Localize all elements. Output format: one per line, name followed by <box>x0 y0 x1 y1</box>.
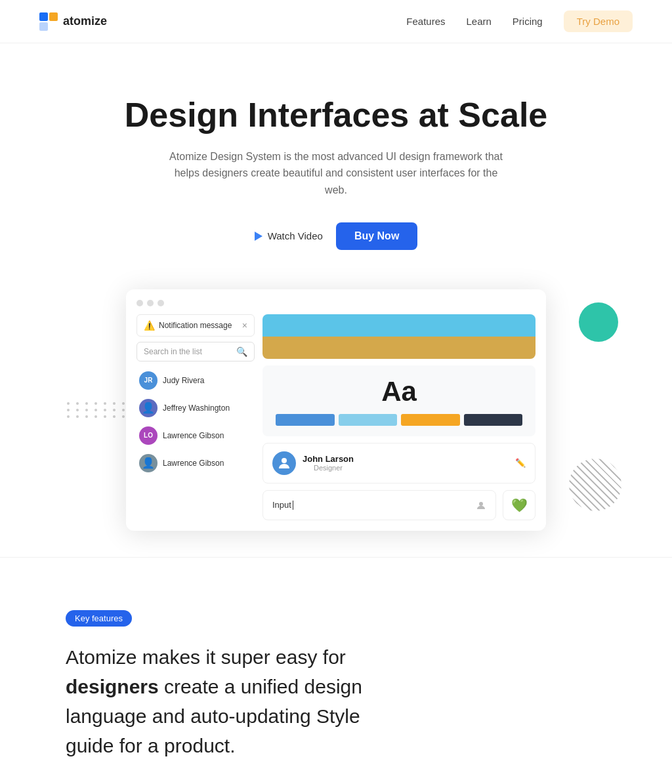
heart-icon[interactable]: 💚 <box>511 497 528 513</box>
dot-1 <box>136 300 143 306</box>
cursor-icon <box>293 501 294 510</box>
features-heading: Atomize makes it super easy for designer… <box>66 642 394 760</box>
avatar-lg: 👤 <box>139 454 158 472</box>
swatch-blue <box>276 414 335 426</box>
logo-text: atomize <box>63 14 107 28</box>
landscape-image <box>262 314 536 359</box>
hero-demo: ⚠️ Notification message × Search in the … <box>87 289 585 531</box>
avatar-lo: LO <box>139 426 158 445</box>
nav-pricing[interactable]: Pricing <box>513 16 543 27</box>
navbar: atomize Features Learn Pricing Try Demo <box>0 0 672 43</box>
notification-close-icon[interactable]: × <box>242 320 247 331</box>
demo-content: ⚠️ Notification message × Search in the … <box>136 314 536 520</box>
svg-rect-1 <box>49 12 58 21</box>
watch-video-button[interactable]: Watch Video <box>255 230 323 241</box>
svg-rect-2 <box>39 22 48 31</box>
typography-card: Aa <box>262 365 536 436</box>
demo-right: Aa <box>262 314 536 520</box>
features-heading-bold: designers <box>66 676 159 697</box>
try-demo-button[interactable]: Try Demo <box>564 10 633 32</box>
nav-features[interactable]: Features <box>406 16 445 27</box>
name-judy: Judy Rivera <box>163 376 204 385</box>
avatar <box>272 451 296 475</box>
svg-point-4 <box>479 502 483 506</box>
color-swatches <box>276 414 522 426</box>
input-row: Input 💚 <box>262 490 536 520</box>
input-text: Input <box>272 500 293 510</box>
dot-2 <box>147 300 154 306</box>
warning-icon: ⚠️ <box>144 320 155 331</box>
input-placeholder: Input <box>272 500 291 510</box>
svg-rect-0 <box>39 12 48 21</box>
hero-buttons: Watch Video Buy Now <box>26 222 646 250</box>
svg-point-3 <box>282 458 287 463</box>
list-item: 👤 Lawrence Gibson <box>136 449 255 477</box>
profile-card: John Larson Designer ✏️ <box>262 443 536 484</box>
logo-icon <box>39 12 58 31</box>
name-jeffrey: Jeffrey Washington <box>163 403 230 413</box>
profile-info: John Larson Designer <box>303 454 354 472</box>
watch-video-label: Watch Video <box>268 230 323 241</box>
hero-subheading: Atomize Design System is the most advanc… <box>165 148 507 199</box>
typography-text: Aa <box>276 376 522 407</box>
features-heading-plain: Atomize makes it super easy for <box>66 646 346 668</box>
notif-left: ⚠️ Notification message <box>144 320 232 331</box>
hero-heading: Design Interfaces at Scale <box>26 96 646 135</box>
avatar-jw: 👤 <box>139 399 158 417</box>
input-card[interactable]: Input <box>262 490 496 520</box>
name-lawrence-1: Lawrence Gibson <box>163 431 224 440</box>
list-item: JR Judy Rivera <box>136 367 255 394</box>
swatch-lightblue <box>339 414 398 426</box>
search-icon: 🔍 <box>236 346 247 357</box>
demo-window: ⚠️ Notification message × Search in the … <box>126 289 546 531</box>
dot-3 <box>158 300 164 306</box>
window-dots <box>136 300 536 306</box>
heart-card: 💚 <box>503 490 536 520</box>
deco-striped <box>569 459 621 511</box>
input-icons <box>476 500 486 510</box>
buy-now-button[interactable]: Buy Now <box>336 222 417 250</box>
avatar-jr: JR <box>139 371 158 390</box>
logo[interactable]: atomize <box>39 12 107 31</box>
demo-list: ⚠️ Notification message × Search in the … <box>136 314 255 520</box>
profile-role: Designer <box>303 464 354 472</box>
hero-section: Design Interfaces at Scale Atomize Desig… <box>0 43 672 557</box>
notification-text: Notification message <box>159 321 232 330</box>
search-placeholder: Search in the list <box>144 347 202 356</box>
deco-circle <box>579 302 618 342</box>
profile-left: John Larson Designer <box>272 451 354 475</box>
list-item: LO Lawrence Gibson <box>136 422 255 449</box>
features-section: Key features Atomize makes it super easy… <box>0 558 672 784</box>
notification-bar: ⚠️ Notification message × <box>136 314 255 337</box>
edit-icon[interactable]: ✏️ <box>515 458 526 468</box>
nav-links: Features Learn Pricing Try Demo <box>406 10 633 32</box>
play-icon <box>255 232 262 241</box>
search-bar[interactable]: Search in the list 🔍 <box>136 342 255 361</box>
name-lawrence-2: Lawrence Gibson <box>163 459 224 468</box>
user-icon <box>476 500 486 510</box>
key-features-badge: Key features <box>66 610 132 627</box>
swatch-orange <box>401 414 460 426</box>
deco-dots <box>67 402 127 418</box>
list-item: 👤 Jeffrey Washington <box>136 394 255 422</box>
nav-learn[interactable]: Learn <box>466 16 491 27</box>
swatch-dark <box>464 414 523 426</box>
profile-name: John Larson <box>303 454 354 464</box>
